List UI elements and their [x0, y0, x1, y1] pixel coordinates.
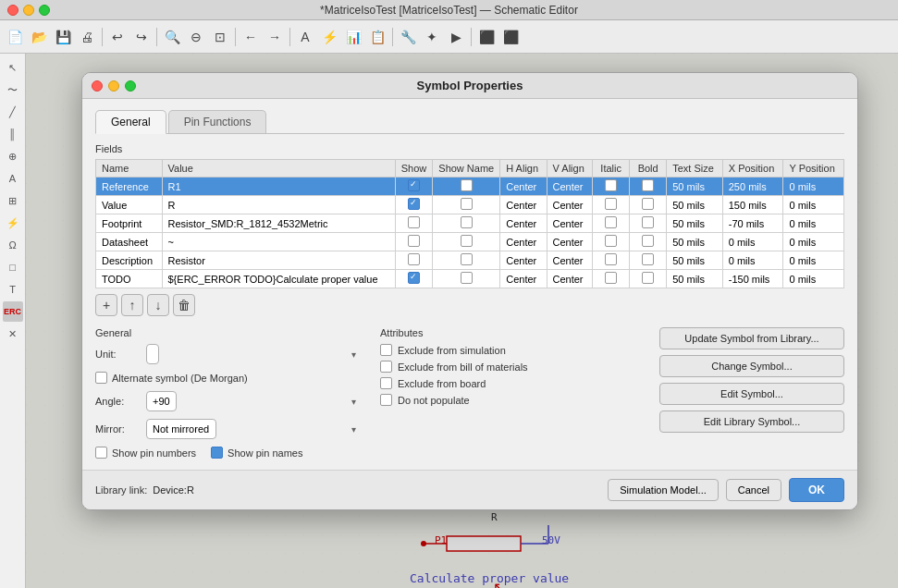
attr-checkbox-do-not-populate[interactable] [380, 394, 392, 406]
checkbox-unchecked[interactable] [461, 253, 473, 265]
library-link-area: Library link: Device:R [95, 484, 194, 496]
checkbox-unchecked[interactable] [642, 179, 654, 191]
sidebar-power[interactable]: ⚡ [3, 213, 23, 233]
checkbox-checked[interactable] [408, 272, 420, 284]
checkbox-unchecked[interactable] [642, 235, 654, 247]
pin-options-row: Show pin numbers Show pin names [95, 447, 362, 459]
attr-label-exclude-sim: Exclude from simulation [398, 345, 506, 356]
alternate-checkbox[interactable] [95, 372, 107, 384]
sidebar-erc[interactable]: ERC [3, 301, 23, 322]
close-button[interactable] [7, 5, 18, 16]
tab-general[interactable]: General [95, 110, 166, 134]
add-field-btn[interactable]: + [95, 294, 117, 316]
checkbox-unchecked[interactable] [642, 198, 654, 210]
checkbox-unchecked[interactable] [461, 235, 473, 247]
dialog-close[interactable] [92, 80, 103, 92]
open-btn[interactable]: 📂 [28, 26, 50, 48]
sidebar-delete[interactable]: ✕ [3, 324, 23, 344]
sidebar-image[interactable]: □ [3, 257, 23, 277]
table-row[interactable]: TODO${ERC_ERROR TODO}Calculate proper va… [96, 270, 844, 288]
checkbox-unchecked[interactable] [605, 272, 617, 284]
sidebar-junction[interactable]: ⊕ [3, 146, 23, 166]
checkbox-unchecked[interactable] [461, 272, 473, 284]
edit-symbol-btn[interactable]: Edit Symbol... [659, 383, 844, 405]
erc-btn[interactable]: ⚡ [318, 26, 340, 48]
zoom-in-btn[interactable]: 🔍 [161, 26, 183, 48]
checkbox-unchecked[interactable] [642, 253, 654, 265]
save-btn[interactable]: 💾 [52, 26, 74, 48]
canvas-area[interactable]: R1 R P1 50V Calculate proper value Edit … [26, 54, 898, 588]
sidebar-text[interactable]: T [3, 279, 23, 300]
print-btn[interactable]: 🖨 [76, 26, 98, 48]
checkbox-unchecked[interactable] [408, 216, 420, 228]
checkbox-unchecked[interactable] [605, 253, 617, 265]
extra2-btn[interactable]: ⬛ [499, 26, 522, 48]
pin-numbers-checkbox[interactable] [95, 447, 107, 459]
checkbox-unchecked[interactable] [461, 179, 473, 191]
angle-select[interactable]: +90 [146, 391, 177, 411]
ok-btn[interactable]: OK [789, 478, 844, 502]
dialog-min[interactable] [108, 80, 119, 92]
sidebar-bus[interactable]: ║ [3, 124, 23, 144]
checkbox-unchecked[interactable] [461, 216, 473, 228]
pin-names-checkbox[interactable] [211, 447, 223, 459]
simulation-model-btn[interactable]: Simulation Model... [608, 479, 719, 501]
bom-btn[interactable]: 📋 [366, 26, 388, 48]
mirror-select[interactable]: Not mirrored [146, 419, 216, 439]
move-down-btn[interactable]: ↓ [147, 294, 169, 316]
sidebar-net[interactable]: 〜 [3, 80, 23, 100]
sidebar-symbol[interactable]: Ω [3, 235, 23, 255]
attr-checkbox-exclude-board[interactable] [380, 377, 392, 389]
extra1-btn[interactable]: ⬛ [475, 26, 498, 48]
tab-pin-functions[interactable]: Pin Functions [168, 110, 267, 133]
dialog-max[interactable] [125, 80, 136, 92]
checkbox-unchecked[interactable] [408, 253, 420, 265]
new-btn[interactable]: 📄 [4, 26, 26, 48]
zoom-fit-btn[interactable]: ⊡ [209, 26, 231, 48]
checkbox-unchecked[interactable] [408, 235, 420, 247]
sep3 [235, 28, 236, 46]
sidebar-label[interactable]: A [3, 168, 23, 189]
attr-checkbox-exclude-sim[interactable] [380, 344, 392, 356]
cancel-btn[interactable]: Cancel [726, 479, 781, 501]
checkbox-unchecked[interactable] [461, 198, 473, 210]
table-row[interactable]: FootprintResistor_SMD:R_1812_4532MetricC… [96, 214, 844, 233]
sim-btn[interactable]: ▶ [445, 26, 467, 48]
checkbox-unchecked[interactable] [605, 235, 617, 247]
unit-select[interactable] [146, 344, 159, 364]
netlist-btn[interactable]: 📊 [342, 26, 364, 48]
checkbox-unchecked[interactable] [642, 272, 654, 284]
delete-field-btn[interactable]: 🗑 [173, 294, 195, 316]
table-row[interactable]: ValueRCenterCenter50 mils150 mils0 mils [96, 196, 844, 214]
attr-checkbox-exclude-bom[interactable] [380, 361, 392, 373]
update-symbol-btn[interactable]: Update Symbol from Library... [659, 327, 844, 349]
attribute-row: Exclude from bill of materials [380, 361, 646, 373]
checkbox-unchecked[interactable] [605, 216, 617, 228]
change-symbol-btn[interactable]: Change Symbol... [659, 355, 844, 377]
nav-forward-btn[interactable]: → [264, 26, 286, 48]
minimize-button[interactable] [23, 5, 34, 16]
sym-table-btn[interactable]: 🔧 [397, 26, 419, 48]
table-row[interactable]: ReferenceR1CenterCenter50 mils250 mils0 … [96, 178, 844, 196]
nav-back-btn[interactable]: ← [240, 26, 262, 48]
attr-label-exclude-bom: Exclude from bill of materials [398, 361, 528, 373]
checkbox-unchecked[interactable] [605, 179, 617, 191]
maximize-button[interactable] [39, 5, 50, 16]
net-highlight-btn[interactable]: ✦ [421, 26, 443, 48]
angle-row: Angle: +90 [95, 391, 362, 411]
redo-btn[interactable]: ↪ [130, 26, 153, 48]
checkbox-checked[interactable] [408, 198, 420, 210]
edit-library-symbol-btn[interactable]: Edit Library Symbol... [659, 410, 844, 433]
sidebar-cursor[interactable]: ↖ [3, 57, 23, 78]
annotate-btn[interactable]: A [294, 26, 316, 48]
table-row[interactable]: Datasheet~CenterCenter50 mils0 mils0 mil… [96, 233, 844, 251]
zoom-out-btn[interactable]: ⊖ [185, 26, 207, 48]
sidebar-wire[interactable]: ╱ [3, 102, 23, 122]
sidebar-global[interactable]: ⊞ [3, 190, 23, 211]
undo-btn[interactable]: ↩ [106, 26, 129, 48]
move-up-btn[interactable]: ↑ [121, 294, 143, 316]
checkbox-unchecked[interactable] [605, 198, 617, 210]
checkbox-unchecked[interactable] [642, 216, 654, 228]
checkbox-checked[interactable] [408, 179, 420, 191]
table-row[interactable]: DescriptionResistorCenterCenter50 mils0 … [96, 251, 844, 270]
